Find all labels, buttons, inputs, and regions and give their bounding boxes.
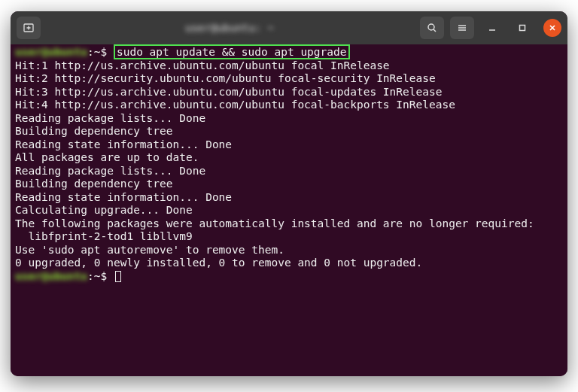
output-line: Hit:1 http://us.archive.ubuntu.com/ubunt… bbox=[15, 59, 563, 73]
svg-line-4 bbox=[434, 29, 436, 32]
minimize-button[interactable] bbox=[480, 17, 504, 39]
svg-rect-9 bbox=[520, 26, 525, 31]
entered-command: sudo apt update && sudo apt upgrade bbox=[114, 44, 350, 59]
search-icon bbox=[427, 23, 437, 33]
cursor-icon bbox=[115, 271, 121, 282]
prompt-line: user@ubuntu:~$ sudo apt update && sudo a… bbox=[15, 46, 563, 59]
prompt-path: :~$ bbox=[87, 270, 114, 282]
prompt-line: user@ubuntu:~$ bbox=[15, 270, 563, 284]
new-tab-icon bbox=[23, 22, 35, 34]
maximize-icon bbox=[518, 23, 527, 32]
new-tab-button[interactable] bbox=[17, 17, 41, 39]
output-line: Hit:4 http://us.archive.ubuntu.com/ubunt… bbox=[15, 99, 563, 112]
output-line: Building dependency tree bbox=[15, 178, 563, 191]
output-line: Calculating upgrade... Done bbox=[15, 204, 563, 217]
titlebar: user@ubuntu: ~ bbox=[11, 11, 567, 44]
output-line: All packages are up to date. bbox=[15, 151, 563, 165]
svg-point-3 bbox=[428, 24, 434, 30]
output-line: The following packages were automaticall… bbox=[15, 217, 563, 231]
prompt-user-host: user@ubuntu bbox=[15, 46, 87, 58]
output-line: Reading package lists... Done bbox=[15, 112, 563, 126]
prompt-path: :~$ bbox=[87, 46, 114, 58]
output-line: 0 upgraded, 0 newly installed, 0 to remo… bbox=[15, 257, 563, 270]
output-line: Reading state information... Done bbox=[15, 138, 563, 152]
output-line: Use 'sudo apt autoremove' to remove them… bbox=[15, 244, 563, 257]
output-line: libfprint-2-tod1 libllvm9 bbox=[15, 230, 563, 244]
close-button[interactable] bbox=[543, 19, 561, 37]
output-line: Reading package lists... Done bbox=[15, 165, 563, 178]
window-title: user@ubuntu: ~ bbox=[45, 22, 414, 34]
menu-button[interactable] bbox=[450, 17, 474, 39]
close-icon bbox=[549, 24, 556, 32]
hamburger-icon bbox=[457, 23, 467, 33]
terminal-output[interactable]: user@ubuntu:~$ sudo apt update && sudo a… bbox=[11, 44, 567, 376]
output-line: Hit:2 http://security.ubuntu.com/ubuntu … bbox=[15, 72, 563, 86]
output-line: Reading state information... Done bbox=[15, 191, 563, 205]
maximize-button[interactable] bbox=[510, 17, 534, 39]
output-line: Building dependency tree bbox=[15, 125, 563, 138]
search-button[interactable] bbox=[420, 17, 444, 39]
output-line: Hit:3 http://us.archive.ubuntu.com/ubunt… bbox=[15, 86, 563, 99]
prompt-user-host: user@ubuntu bbox=[15, 270, 87, 282]
minimize-icon bbox=[488, 23, 497, 32]
terminal-window: user@ubuntu: ~ user@ubun bbox=[11, 11, 567, 376]
